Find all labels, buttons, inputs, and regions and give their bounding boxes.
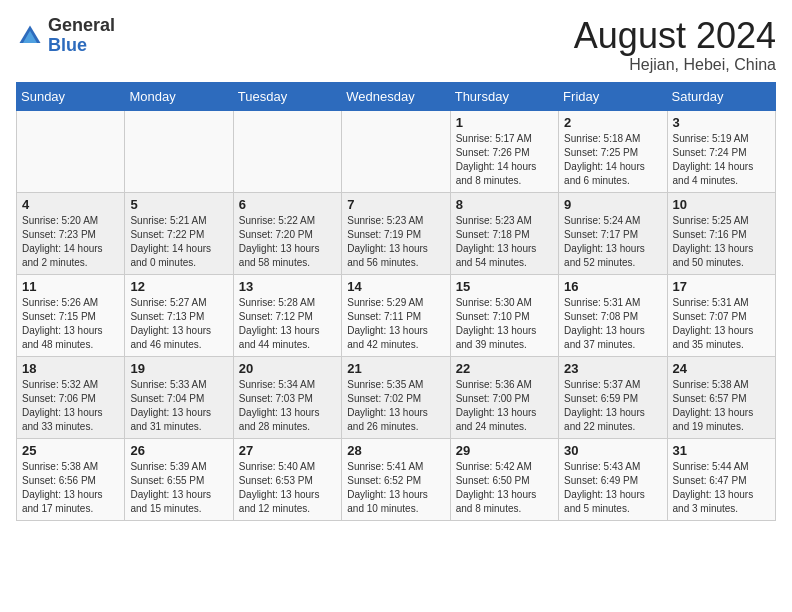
day-number: 28 [347,443,444,458]
day-number: 11 [22,279,119,294]
calendar-body: 1Sunrise: 5:17 AM Sunset: 7:26 PM Daylig… [17,110,776,520]
week-row: 4Sunrise: 5:20 AM Sunset: 7:23 PM Daylig… [17,192,776,274]
day-info: Sunrise: 5:17 AM Sunset: 7:26 PM Dayligh… [456,132,553,188]
day-number: 20 [239,361,336,376]
calendar-cell: 25Sunrise: 5:38 AM Sunset: 6:56 PM Dayli… [17,438,125,520]
day-number: 9 [564,197,661,212]
calendar-cell: 26Sunrise: 5:39 AM Sunset: 6:55 PM Dayli… [125,438,233,520]
day-info: Sunrise: 5:33 AM Sunset: 7:04 PM Dayligh… [130,378,227,434]
calendar-cell: 10Sunrise: 5:25 AM Sunset: 7:16 PM Dayli… [667,192,775,274]
logo: General Blue [16,16,115,56]
day-info: Sunrise: 5:22 AM Sunset: 7:20 PM Dayligh… [239,214,336,270]
day-number: 18 [22,361,119,376]
day-number: 7 [347,197,444,212]
day-number: 22 [456,361,553,376]
day-number: 14 [347,279,444,294]
day-info: Sunrise: 5:43 AM Sunset: 6:49 PM Dayligh… [564,460,661,516]
day-number: 15 [456,279,553,294]
day-info: Sunrise: 5:38 AM Sunset: 6:56 PM Dayligh… [22,460,119,516]
day-info: Sunrise: 5:44 AM Sunset: 6:47 PM Dayligh… [673,460,770,516]
day-info: Sunrise: 5:38 AM Sunset: 6:57 PM Dayligh… [673,378,770,434]
day-info: Sunrise: 5:21 AM Sunset: 7:22 PM Dayligh… [130,214,227,270]
day-number: 31 [673,443,770,458]
location: Hejian, Hebei, China [574,56,776,74]
calendar-cell: 22Sunrise: 5:36 AM Sunset: 7:00 PM Dayli… [450,356,558,438]
calendar-cell: 4Sunrise: 5:20 AM Sunset: 7:23 PM Daylig… [17,192,125,274]
calendar-cell: 12Sunrise: 5:27 AM Sunset: 7:13 PM Dayli… [125,274,233,356]
day-number: 1 [456,115,553,130]
weekday-header-sunday: Sunday [17,82,125,110]
weekday-header-thursday: Thursday [450,82,558,110]
day-number: 19 [130,361,227,376]
week-row: 18Sunrise: 5:32 AM Sunset: 7:06 PM Dayli… [17,356,776,438]
calendar-cell: 8Sunrise: 5:23 AM Sunset: 7:18 PM Daylig… [450,192,558,274]
day-number: 3 [673,115,770,130]
day-number: 12 [130,279,227,294]
day-info: Sunrise: 5:31 AM Sunset: 7:08 PM Dayligh… [564,296,661,352]
calendar-cell: 30Sunrise: 5:43 AM Sunset: 6:49 PM Dayli… [559,438,667,520]
calendar-header: SundayMondayTuesdayWednesdayThursdayFrid… [17,82,776,110]
day-info: Sunrise: 5:20 AM Sunset: 7:23 PM Dayligh… [22,214,119,270]
day-info: Sunrise: 5:30 AM Sunset: 7:10 PM Dayligh… [456,296,553,352]
logo-text: General Blue [48,16,115,56]
calendar-cell: 29Sunrise: 5:42 AM Sunset: 6:50 PM Dayli… [450,438,558,520]
day-info: Sunrise: 5:18 AM Sunset: 7:25 PM Dayligh… [564,132,661,188]
calendar-cell: 3Sunrise: 5:19 AM Sunset: 7:24 PM Daylig… [667,110,775,192]
day-number: 5 [130,197,227,212]
calendar-cell: 6Sunrise: 5:22 AM Sunset: 7:20 PM Daylig… [233,192,341,274]
day-info: Sunrise: 5:34 AM Sunset: 7:03 PM Dayligh… [239,378,336,434]
calendar-cell: 21Sunrise: 5:35 AM Sunset: 7:02 PM Dayli… [342,356,450,438]
day-number: 30 [564,443,661,458]
calendar-cell: 20Sunrise: 5:34 AM Sunset: 7:03 PM Dayli… [233,356,341,438]
calendar-cell: 9Sunrise: 5:24 AM Sunset: 7:17 PM Daylig… [559,192,667,274]
calendar-cell: 17Sunrise: 5:31 AM Sunset: 7:07 PM Dayli… [667,274,775,356]
logo-blue: Blue [48,35,87,55]
day-number: 23 [564,361,661,376]
day-info: Sunrise: 5:42 AM Sunset: 6:50 PM Dayligh… [456,460,553,516]
week-row: 1Sunrise: 5:17 AM Sunset: 7:26 PM Daylig… [17,110,776,192]
day-info: Sunrise: 5:39 AM Sunset: 6:55 PM Dayligh… [130,460,227,516]
calendar-cell: 5Sunrise: 5:21 AM Sunset: 7:22 PM Daylig… [125,192,233,274]
day-info: Sunrise: 5:23 AM Sunset: 7:18 PM Dayligh… [456,214,553,270]
weekday-header-saturday: Saturday [667,82,775,110]
day-info: Sunrise: 5:25 AM Sunset: 7:16 PM Dayligh… [673,214,770,270]
day-info: Sunrise: 5:36 AM Sunset: 7:00 PM Dayligh… [456,378,553,434]
calendar-cell: 16Sunrise: 5:31 AM Sunset: 7:08 PM Dayli… [559,274,667,356]
calendar-cell: 27Sunrise: 5:40 AM Sunset: 6:53 PM Dayli… [233,438,341,520]
day-number: 29 [456,443,553,458]
calendar-cell: 15Sunrise: 5:30 AM Sunset: 7:10 PM Dayli… [450,274,558,356]
day-number: 4 [22,197,119,212]
calendar-cell: 1Sunrise: 5:17 AM Sunset: 7:26 PM Daylig… [450,110,558,192]
calendar-cell: 7Sunrise: 5:23 AM Sunset: 7:19 PM Daylig… [342,192,450,274]
day-info: Sunrise: 5:27 AM Sunset: 7:13 PM Dayligh… [130,296,227,352]
calendar-cell: 24Sunrise: 5:38 AM Sunset: 6:57 PM Dayli… [667,356,775,438]
calendar-cell [125,110,233,192]
day-info: Sunrise: 5:26 AM Sunset: 7:15 PM Dayligh… [22,296,119,352]
day-number: 13 [239,279,336,294]
day-info: Sunrise: 5:19 AM Sunset: 7:24 PM Dayligh… [673,132,770,188]
day-number: 10 [673,197,770,212]
calendar-cell: 19Sunrise: 5:33 AM Sunset: 7:04 PM Dayli… [125,356,233,438]
logo-icon [16,22,44,50]
day-number: 6 [239,197,336,212]
calendar-cell [342,110,450,192]
day-info: Sunrise: 5:29 AM Sunset: 7:11 PM Dayligh… [347,296,444,352]
day-info: Sunrise: 5:32 AM Sunset: 7:06 PM Dayligh… [22,378,119,434]
day-info: Sunrise: 5:41 AM Sunset: 6:52 PM Dayligh… [347,460,444,516]
day-number: 25 [22,443,119,458]
calendar-table: SundayMondayTuesdayWednesdayThursdayFrid… [16,82,776,521]
day-number: 17 [673,279,770,294]
day-number: 16 [564,279,661,294]
calendar-cell: 28Sunrise: 5:41 AM Sunset: 6:52 PM Dayli… [342,438,450,520]
calendar-cell: 18Sunrise: 5:32 AM Sunset: 7:06 PM Dayli… [17,356,125,438]
page-header: General Blue August 2024 Hejian, Hebei, … [16,16,776,74]
calendar-cell: 11Sunrise: 5:26 AM Sunset: 7:15 PM Dayli… [17,274,125,356]
calendar-cell [17,110,125,192]
calendar-cell: 31Sunrise: 5:44 AM Sunset: 6:47 PM Dayli… [667,438,775,520]
calendar-cell: 14Sunrise: 5:29 AM Sunset: 7:11 PM Dayli… [342,274,450,356]
weekday-row: SundayMondayTuesdayWednesdayThursdayFrid… [17,82,776,110]
day-info: Sunrise: 5:23 AM Sunset: 7:19 PM Dayligh… [347,214,444,270]
day-number: 24 [673,361,770,376]
day-info: Sunrise: 5:40 AM Sunset: 6:53 PM Dayligh… [239,460,336,516]
day-number: 8 [456,197,553,212]
